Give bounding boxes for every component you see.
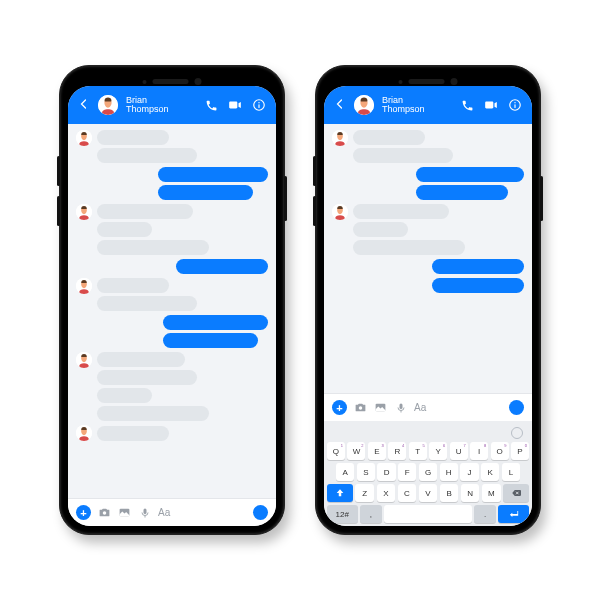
volume-up-button[interactable] bbox=[313, 156, 316, 186]
sender-avatar[interactable] bbox=[76, 130, 92, 146]
message-bubble[interactable] bbox=[353, 204, 449, 219]
message-bubble[interactable] bbox=[97, 204, 193, 219]
shift-key[interactable] bbox=[327, 484, 353, 502]
key-k[interactable]: K bbox=[481, 463, 499, 481]
sender-avatar[interactable] bbox=[76, 352, 92, 368]
key-.[interactable]: . bbox=[474, 505, 496, 523]
key-h[interactable]: H bbox=[440, 463, 458, 481]
chat-thread[interactable] bbox=[324, 124, 532, 393]
camera-icon[interactable] bbox=[354, 401, 367, 414]
key-w[interactable]: W2 bbox=[347, 442, 365, 460]
camera-icon[interactable] bbox=[98, 506, 111, 519]
sender-avatar[interactable] bbox=[332, 130, 348, 146]
message-bubble[interactable] bbox=[97, 130, 169, 145]
key-12#[interactable]: 12# bbox=[327, 505, 358, 523]
message-bubble[interactable] bbox=[158, 167, 268, 182]
sender-avatar[interactable] bbox=[76, 278, 92, 294]
power-button[interactable] bbox=[540, 176, 543, 221]
message-bubble[interactable] bbox=[353, 222, 408, 237]
add-button[interactable]: + bbox=[76, 505, 91, 520]
key-g[interactable]: G bbox=[419, 463, 437, 481]
call-icon[interactable] bbox=[460, 98, 474, 112]
power-button[interactable] bbox=[284, 176, 287, 221]
back-button[interactable] bbox=[334, 96, 346, 114]
contact-name: Brian Thompson bbox=[382, 96, 425, 115]
message-input[interactable]: Aa bbox=[158, 507, 246, 518]
message-input[interactable]: Aa bbox=[414, 402, 502, 413]
chat-thread[interactable] bbox=[68, 124, 276, 498]
message-bubble[interactable] bbox=[158, 185, 253, 200]
key-a[interactable]: A bbox=[336, 463, 354, 481]
key-j[interactable]: J bbox=[460, 463, 478, 481]
contact-avatar[interactable] bbox=[98, 95, 118, 115]
video-icon[interactable] bbox=[228, 98, 242, 112]
message-bubble[interactable] bbox=[353, 148, 453, 163]
sender-avatar[interactable] bbox=[76, 204, 92, 220]
message-bubble[interactable] bbox=[176, 259, 268, 274]
message-bubble[interactable] bbox=[97, 406, 209, 421]
backspace-key[interactable] bbox=[503, 484, 529, 502]
key-c[interactable]: C bbox=[398, 484, 417, 502]
message-bubble[interactable] bbox=[97, 296, 197, 311]
mic-icon[interactable] bbox=[394, 401, 407, 414]
message-bubble[interactable] bbox=[97, 352, 185, 367]
message-bubble[interactable] bbox=[97, 148, 197, 163]
key-m[interactable]: M bbox=[482, 484, 501, 502]
emoji-button[interactable] bbox=[253, 505, 268, 520]
message-bubble[interactable] bbox=[416, 185, 508, 200]
key-e[interactable]: E3 bbox=[368, 442, 386, 460]
key-l[interactable]: L bbox=[502, 463, 520, 481]
message-bubble[interactable] bbox=[97, 370, 197, 385]
key-,[interactable]: , bbox=[360, 505, 382, 523]
key-y[interactable]: Y6 bbox=[429, 442, 447, 460]
keyboard-emoji-icon[interactable] bbox=[511, 427, 523, 439]
message-bubble[interactable] bbox=[97, 426, 169, 441]
info-icon[interactable] bbox=[252, 98, 266, 112]
add-button[interactable]: + bbox=[332, 400, 347, 415]
message-group bbox=[76, 130, 268, 163]
key-o[interactable]: O9 bbox=[491, 442, 509, 460]
key-q[interactable]: Q1 bbox=[327, 442, 345, 460]
key-b[interactable]: B bbox=[440, 484, 459, 502]
volume-down-button[interactable] bbox=[57, 196, 60, 226]
key-space[interactable] bbox=[384, 505, 471, 523]
message-bubble[interactable] bbox=[163, 315, 268, 330]
key-d[interactable]: D bbox=[377, 463, 395, 481]
key-s[interactable]: S bbox=[357, 463, 375, 481]
key-i[interactable]: I8 bbox=[470, 442, 488, 460]
mic-icon[interactable] bbox=[138, 506, 151, 519]
key-z[interactable]: Z bbox=[355, 484, 374, 502]
sender-avatar[interactable] bbox=[332, 204, 348, 220]
message-bubble[interactable] bbox=[97, 222, 152, 237]
message-bubble[interactable] bbox=[353, 240, 465, 255]
key-u[interactable]: U7 bbox=[450, 442, 468, 460]
sender-avatar[interactable] bbox=[76, 425, 92, 441]
message-group bbox=[76, 278, 268, 311]
contact-avatar[interactable] bbox=[354, 95, 374, 115]
emoji-button[interactable] bbox=[509, 400, 524, 415]
key-f[interactable]: F bbox=[398, 463, 416, 481]
volume-down-button[interactable] bbox=[313, 196, 316, 226]
key-t[interactable]: T5 bbox=[409, 442, 427, 460]
gallery-icon[interactable] bbox=[118, 506, 131, 519]
key-v[interactable]: V bbox=[419, 484, 438, 502]
key-x[interactable]: X bbox=[377, 484, 396, 502]
message-bubble[interactable] bbox=[97, 388, 152, 403]
enter-key[interactable] bbox=[498, 505, 529, 523]
message-bubble[interactable] bbox=[353, 130, 425, 145]
key-r[interactable]: R4 bbox=[388, 442, 406, 460]
message-bubble[interactable] bbox=[432, 259, 524, 274]
gallery-icon[interactable] bbox=[374, 401, 387, 414]
message-bubble[interactable] bbox=[163, 333, 258, 348]
message-bubble[interactable] bbox=[97, 278, 169, 293]
key-p[interactable]: P0 bbox=[511, 442, 529, 460]
info-icon[interactable] bbox=[508, 98, 522, 112]
call-icon[interactable] bbox=[204, 98, 218, 112]
back-button[interactable] bbox=[78, 96, 90, 114]
key-n[interactable]: N bbox=[461, 484, 480, 502]
volume-up-button[interactable] bbox=[57, 156, 60, 186]
message-bubble[interactable] bbox=[97, 240, 209, 255]
message-bubble[interactable] bbox=[416, 167, 524, 182]
video-icon[interactable] bbox=[484, 98, 498, 112]
message-bubble[interactable] bbox=[432, 278, 524, 293]
